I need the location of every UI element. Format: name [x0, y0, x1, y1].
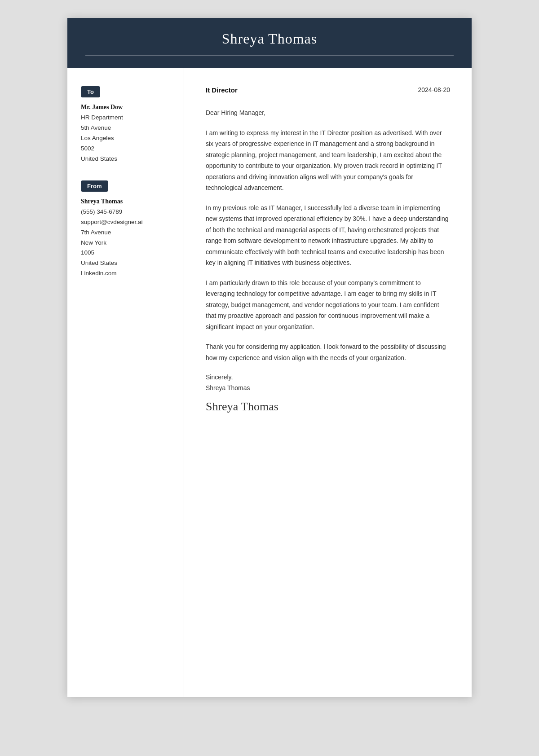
header: Shreya Thomas	[67, 18, 472, 68]
to-name: Mr. James Dow	[81, 104, 170, 111]
from-section: From Shreya Thomas (555) 345-6789 suppor…	[81, 180, 170, 279]
from-phone: (555) 345-6789	[81, 207, 170, 217]
letter-closing2: Shreya Thomas	[206, 383, 450, 394]
to-zip: 5002	[81, 144, 170, 154]
to-badge: To	[81, 86, 100, 97]
to-country: United States	[81, 154, 170, 164]
from-linkedin: Linkedin.com	[81, 268, 170, 279]
from-email: support@cvdesigner.ai	[81, 217, 170, 228]
letter-paragraph1: I am writing to express my interest in t…	[206, 127, 450, 193]
letter-page: Shreya Thomas To Mr. James Dow HR Depart…	[67, 18, 472, 697]
letter-date: 2024-08-20	[418, 86, 450, 93]
letter-closing: Sincerely, Shreya Thomas Shreya Thomas	[206, 372, 450, 413]
letter-meta: It Director 2024-08-20	[206, 86, 450, 94]
from-badge: From	[81, 180, 108, 192]
to-section: To Mr. James Dow HR Department 5th Avenu…	[81, 86, 170, 164]
header-name: Shreya Thomas	[85, 31, 454, 47]
to-city: Los Angeles	[81, 133, 170, 144]
letter-body: Dear Hiring Manager, I am writing to exp…	[206, 107, 450, 363]
letter-paragraph4: Thank you for considering my application…	[206, 341, 450, 363]
from-country: United States	[81, 258, 170, 268]
header-divider	[85, 55, 454, 56]
letter-position: It Director	[206, 86, 238, 94]
from-city: New York	[81, 238, 170, 248]
sidebar: To Mr. James Dow HR Department 5th Avenu…	[67, 68, 184, 697]
letter-paragraph3: I am particularly drawn to this role bec…	[206, 277, 450, 333]
letter-paragraph2: In my previous role as IT Manager, I suc…	[206, 202, 450, 268]
main-letter: It Director 2024-08-20 Dear Hiring Manag…	[184, 68, 472, 697]
letter-closing1: Sincerely,	[206, 372, 450, 383]
content: To Mr. James Dow HR Department 5th Avenu…	[67, 68, 472, 697]
to-street: 5th Avenue	[81, 123, 170, 133]
from-name: Shreya Thomas	[81, 198, 170, 205]
from-street: 7th Avenue	[81, 228, 170, 238]
from-zip: 1005	[81, 248, 170, 258]
to-department: HR Department	[81, 113, 170, 123]
letter-greeting: Dear Hiring Manager,	[206, 107, 450, 119]
letter-signature: Shreya Thomas	[206, 400, 450, 413]
